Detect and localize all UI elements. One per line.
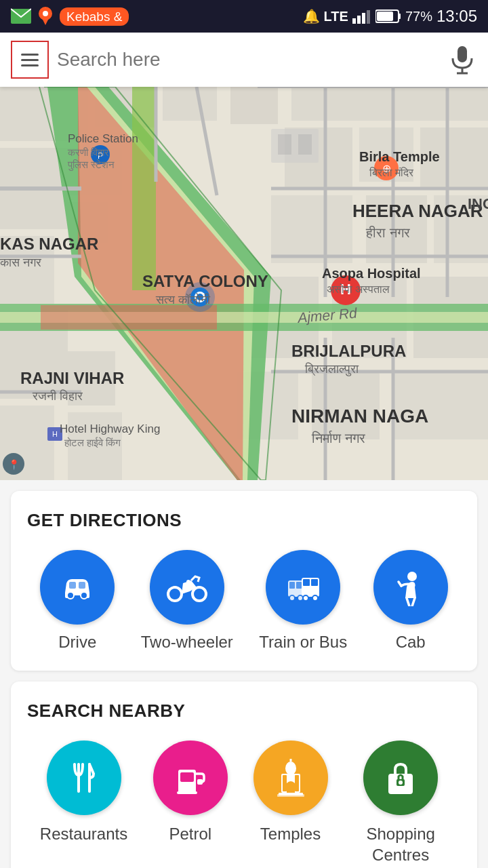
svg-point-75 xyxy=(67,592,74,599)
svg-rect-42 xyxy=(41,305,217,330)
mic-icon xyxy=(450,45,474,75)
svg-rect-10 xyxy=(377,12,393,21)
svg-rect-18 xyxy=(230,87,278,124)
brijlalpura-label-hi: ब्रिजलाल्पुरा xyxy=(304,362,359,376)
battery-percent: 77% xyxy=(405,9,432,24)
two-wheeler-button[interactable] xyxy=(150,550,224,625)
search-nearby-card: SEARCH NEARBY Restaurants xyxy=(11,682,477,868)
search-input-wrapper xyxy=(57,49,439,71)
svg-point-92 xyxy=(407,572,417,581)
hamburger-line-3 xyxy=(21,64,39,66)
karni-vihar-label-hi: करणी विहार xyxy=(67,146,109,158)
search-bar xyxy=(0,33,488,87)
petrol-item[interactable]: Petrol xyxy=(153,741,228,844)
svg-rect-5 xyxy=(357,16,361,24)
svg-rect-72 xyxy=(298,134,312,155)
svg-rect-104 xyxy=(283,775,287,791)
shopping-item[interactable]: Shopping Centres xyxy=(353,741,448,865)
search-input[interactable] xyxy=(57,49,439,71)
rajni-vihar-label-hi: रजनी विहार xyxy=(32,389,83,403)
location-notification-icon xyxy=(37,6,54,26)
kebabs-label: Kebabs & xyxy=(66,9,122,24)
bus-icon xyxy=(283,568,323,606)
temples-item[interactable]: Temples xyxy=(253,741,328,844)
svg-point-110 xyxy=(399,781,403,785)
nirman-nagar-label-hi: निर्माण नगर xyxy=(311,431,365,446)
asopa-hospital-label-hi: असोपा अस्पताल xyxy=(327,283,390,295)
cab-item[interactable]: Cab xyxy=(373,550,448,652)
shopping-bag-icon xyxy=(382,759,420,797)
police-station-label: Police Station xyxy=(68,132,138,145)
train-or-bus-label: Train or Bus xyxy=(259,633,347,652)
svg-rect-83 xyxy=(303,579,310,586)
gmail-icon xyxy=(11,6,31,26)
kas-nagar-label-en: KAS NAGAR xyxy=(0,235,98,253)
svg-point-80 xyxy=(192,587,206,601)
svg-rect-84 xyxy=(311,579,318,586)
restaurants-item[interactable]: Restaurants xyxy=(40,741,127,844)
svg-rect-100 xyxy=(177,791,197,794)
time-display: 13:05 xyxy=(436,7,477,26)
status-bar: Kebabs & 🔔 LTE 77% 13:05 xyxy=(0,0,488,33)
svg-rect-99 xyxy=(197,779,203,785)
vol-icon: 🔔 xyxy=(303,8,320,24)
svg-rect-78 xyxy=(79,582,85,589)
fuel-icon xyxy=(171,759,209,797)
petrol-button[interactable] xyxy=(153,741,228,815)
get-directions-title: GET DIRECTIONS xyxy=(27,510,461,531)
svg-line-93 xyxy=(407,598,409,606)
kebabs-notification: Kebabs & xyxy=(60,7,129,26)
satya-colony-label-hi: सत्य कॉलोनी xyxy=(155,292,211,307)
svg-rect-4 xyxy=(352,18,356,24)
restaurants-button[interactable] xyxy=(47,741,121,815)
svg-rect-6 xyxy=(362,13,365,24)
mic-button[interactable] xyxy=(447,45,477,75)
map-svg: H ⊕ P H Ajmer Rd HEERA NAGAR हीरा नगर SA… xyxy=(0,87,488,480)
fork-knife-icon xyxy=(65,759,103,797)
drive-item[interactable]: Drive xyxy=(40,550,115,652)
two-wheeler-label: Two-wheeler xyxy=(141,633,233,652)
svg-rect-77 xyxy=(69,582,76,589)
police-station-label-hi: पुलिस स्टेशन xyxy=(67,159,115,171)
svg-point-85 xyxy=(303,595,308,601)
battery-icon xyxy=(375,9,401,24)
svg-marker-2 xyxy=(41,17,49,25)
svg-rect-17 xyxy=(163,87,217,121)
train-or-bus-button[interactable] xyxy=(266,550,340,625)
map-container[interactable]: H ⊕ P H Ajmer Rd HEERA NAGAR हीरा नगर SA… xyxy=(0,87,488,480)
temples-button[interactable] xyxy=(253,741,328,815)
svg-rect-107 xyxy=(277,794,304,797)
svg-point-81 xyxy=(186,580,190,584)
shopping-button[interactable] xyxy=(363,741,438,815)
rajni-vihar-label-en: RAJNI VIHAR xyxy=(20,369,124,387)
cab-button[interactable] xyxy=(373,550,448,625)
svg-text:H: H xyxy=(52,430,58,438)
svg-point-101 xyxy=(285,762,296,775)
status-bar-notifications: Kebabs & xyxy=(11,6,129,26)
svg-rect-43 xyxy=(132,87,156,290)
brijlalpura-label-en: BRIJLALPURA xyxy=(291,342,406,360)
hamburger-line-2 xyxy=(21,59,39,61)
ino-label: INO xyxy=(468,195,488,212)
direction-buttons: Drive Two-wheeler xyxy=(27,550,461,652)
two-wheeler-item[interactable]: Two-wheeler xyxy=(141,550,233,652)
person-hailing-icon xyxy=(392,568,430,606)
hamburger-button[interactable] xyxy=(11,41,49,79)
svg-point-91 xyxy=(298,595,303,601)
svg-rect-71 xyxy=(278,134,291,155)
svg-line-94 xyxy=(412,598,415,606)
restaurants-label: Restaurants xyxy=(40,823,127,844)
birla-temple-label-hi: बिरला मंदिर xyxy=(369,167,414,178)
drive-button[interactable] xyxy=(40,550,115,625)
svg-rect-19 xyxy=(291,87,488,121)
get-directions-card: GET DIRECTIONS Drive xyxy=(11,491,477,671)
svg-rect-89 xyxy=(296,582,302,589)
svg-point-76 xyxy=(81,592,87,599)
hamburger-line-1 xyxy=(21,54,39,56)
svg-point-86 xyxy=(312,595,318,601)
cab-label: Cab xyxy=(396,633,426,652)
heera-nagar-label-hi: हीरा नगर xyxy=(365,225,410,240)
nearby-buttons: Restaurants Petrol xyxy=(27,741,461,865)
train-or-bus-item[interactable]: Train or Bus xyxy=(259,550,347,652)
search-nearby-title: SEARCH NEARBY xyxy=(27,701,461,722)
